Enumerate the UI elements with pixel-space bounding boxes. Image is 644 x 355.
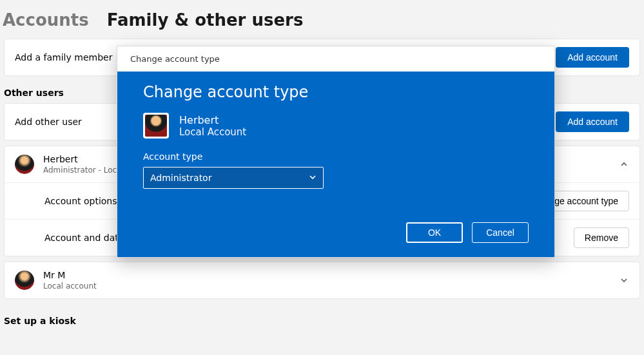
breadcrumb-parent[interactable]: Accounts bbox=[3, 10, 89, 30]
avatar bbox=[143, 113, 169, 139]
dialog-user-name: Herbert bbox=[179, 114, 246, 126]
add-family-account-button[interactable]: Add account bbox=[556, 47, 629, 68]
add-other-account-button[interactable]: Add account bbox=[556, 111, 629, 132]
avatar bbox=[15, 155, 34, 174]
chevron-down-icon[interactable] bbox=[619, 275, 629, 285]
kiosk-section-title: Set up a kiosk bbox=[4, 316, 640, 326]
user-panel-mrm: Mr M Local account bbox=[4, 262, 640, 299]
user-row-mrm[interactable]: Mr M Local account bbox=[5, 262, 639, 298]
dialog-titlebar: Change account type bbox=[117, 46, 554, 72]
user-name: Herbert bbox=[43, 154, 124, 164]
account-type-selected-value: Administrator bbox=[150, 173, 211, 183]
chevron-down-icon bbox=[309, 173, 317, 183]
breadcrumb-current: Family & other users bbox=[107, 10, 304, 30]
breadcrumb: Accounts Family & other users bbox=[0, 0, 644, 39]
remove-account-button[interactable]: Remove bbox=[574, 227, 629, 248]
user-subtitle: Administrator - Local bbox=[43, 166, 124, 175]
avatar bbox=[15, 271, 34, 290]
dialog-user-type: Local Account bbox=[179, 126, 246, 138]
change-account-type-dialog: Change account type Change account type … bbox=[117, 46, 555, 258]
account-type-select[interactable]: Administrator bbox=[143, 167, 324, 189]
dialog-heading: Change account type bbox=[143, 83, 529, 101]
account-type-field-label: Account type bbox=[143, 151, 529, 162]
user-name: Mr M bbox=[43, 270, 97, 280]
chevron-up-icon[interactable] bbox=[619, 159, 629, 169]
ok-button[interactable]: OK bbox=[406, 222, 463, 243]
cancel-button[interactable]: Cancel bbox=[472, 222, 529, 243]
dialog-user-block: Herbert Local Account bbox=[143, 113, 529, 139]
user-subtitle: Local account bbox=[43, 282, 97, 291]
